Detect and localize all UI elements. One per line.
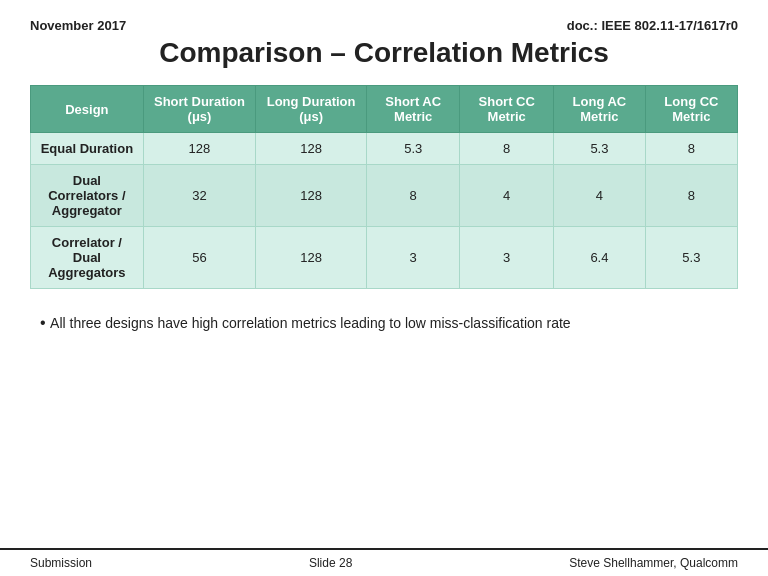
table-cell: 6.4: [554, 227, 646, 289]
col-long-dur: Long Duration (μs): [256, 86, 367, 133]
table-cell: 3: [460, 227, 554, 289]
footer-left: Submission: [30, 556, 92, 570]
table-cell: Correlator /Dual Aggregators: [31, 227, 144, 289]
table-row: Dual Correlators /Aggregator321288448: [31, 165, 738, 227]
table-cell: Equal Duration: [31, 133, 144, 165]
table-cell: 32: [143, 165, 255, 227]
col-design: Design: [31, 86, 144, 133]
table-row: Equal Duration1281285.385.38: [31, 133, 738, 165]
table-cell: 128: [256, 227, 367, 289]
table-cell: 8: [367, 165, 460, 227]
table-cell: 8: [460, 133, 554, 165]
page: November 2017 doc.: IEEE 802.11-17/1617r…: [0, 0, 768, 576]
page-title: Comparison – Correlation Metrics: [30, 37, 738, 69]
table-cell: 4: [554, 165, 646, 227]
footer-right: Steve Shellhammer, Qualcomm: [569, 556, 738, 570]
col-short-dur: Short Duration (μs): [143, 86, 255, 133]
comparison-table: Design Short Duration (μs) Long Duration…: [30, 85, 738, 289]
table-cell: 128: [143, 133, 255, 165]
table-cell: 8: [645, 165, 737, 227]
footer-center: Slide 28: [309, 556, 352, 570]
table-cell: 8: [645, 133, 737, 165]
table-cell: 5.3: [554, 133, 646, 165]
table-cell: Dual Correlators /Aggregator: [31, 165, 144, 227]
table-cell: 128: [256, 133, 367, 165]
table-body: Equal Duration1281285.385.38Dual Correla…: [31, 133, 738, 289]
header-left: November 2017: [30, 18, 126, 33]
header-right: doc.: IEEE 802.11-17/1617r0: [567, 18, 738, 33]
bullet-item: All three designs have high correlation …: [40, 311, 728, 334]
header-row: November 2017 doc.: IEEE 802.11-17/1617r…: [30, 18, 738, 33]
table-cell: 56: [143, 227, 255, 289]
col-long-ac: Long AC Metric: [554, 86, 646, 133]
col-long-cc: Long CC Metric: [645, 86, 737, 133]
table-header-row: Design Short Duration (μs) Long Duration…: [31, 86, 738, 133]
table-row: Correlator /Dual Aggregators56128336.45.…: [31, 227, 738, 289]
table-wrapper: Design Short Duration (μs) Long Duration…: [30, 85, 738, 289]
col-short-ac: Short AC Metric: [367, 86, 460, 133]
table-cell: 128: [256, 165, 367, 227]
table-cell: 5.3: [645, 227, 737, 289]
table-cell: 5.3: [367, 133, 460, 165]
table-cell: 3: [367, 227, 460, 289]
table-cell: 4: [460, 165, 554, 227]
bullet-section: All three designs have high correlation …: [30, 307, 738, 338]
footer-bar: Submission Slide 28 Steve Shellhammer, Q…: [0, 548, 768, 576]
col-short-cc: Short CC Metric: [460, 86, 554, 133]
